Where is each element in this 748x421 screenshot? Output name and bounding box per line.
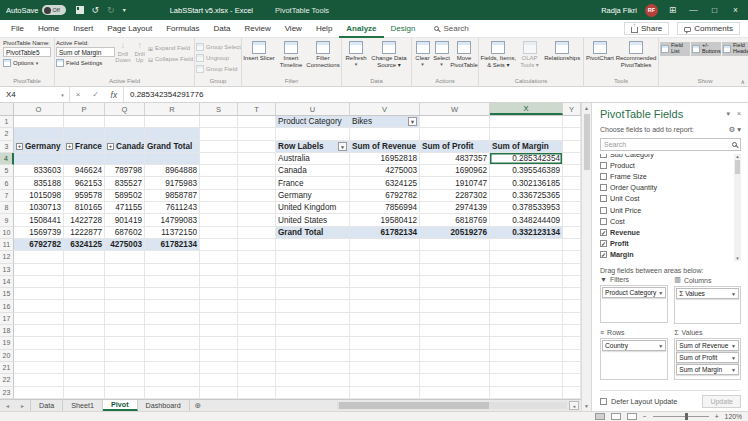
scroll-down-icon[interactable]: ▼ bbox=[584, 401, 589, 411]
zoom-in-icon[interactable]: + bbox=[715, 413, 719, 420]
ribbon-button-insert-timeline[interactable]: Insert Timeline bbox=[275, 40, 307, 69]
row-header-20[interactable]: 20 bbox=[0, 350, 14, 362]
cell-X13[interactable] bbox=[490, 264, 563, 276]
cell-Q3[interactable]: +Canada bbox=[105, 141, 145, 153]
cell-S5[interactable] bbox=[200, 165, 238, 177]
cell-Q11[interactable]: 4275003 bbox=[105, 239, 145, 251]
cell-U23[interactable] bbox=[276, 387, 350, 399]
customize-qat-icon[interactable]: ▾ bbox=[123, 7, 126, 13]
sheet-nav-left-icon[interactable]: ◂ bbox=[6, 402, 9, 409]
cell-O13[interactable] bbox=[14, 264, 64, 276]
cell-X6[interactable]: 0.302136185 bbox=[490, 177, 563, 189]
ribbon-button-pivotchart[interactable]: PivotChart bbox=[585, 40, 615, 63]
cell-T20[interactable] bbox=[238, 350, 276, 362]
zoom-out-icon[interactable]: − bbox=[643, 413, 647, 420]
row-header-7[interactable]: 7 bbox=[0, 190, 14, 202]
cell-O22[interactable] bbox=[14, 374, 64, 386]
minimize-icon[interactable]: — bbox=[687, 5, 700, 15]
cell-T19[interactable] bbox=[238, 337, 276, 349]
cell-U7[interactable]: Germany bbox=[276, 190, 350, 202]
cell-P3[interactable]: +France bbox=[64, 141, 105, 153]
row-header-6[interactable]: 6 bbox=[0, 177, 14, 189]
cell-W13[interactable] bbox=[420, 264, 490, 276]
row-header-10[interactable]: 10 bbox=[0, 227, 14, 239]
area-chip-sum-of-margin[interactable]: Sum of Margin▼ bbox=[676, 364, 739, 375]
cell-U12[interactable] bbox=[276, 251, 350, 263]
cell-R1[interactable] bbox=[145, 116, 200, 128]
row-header-13[interactable]: 13 bbox=[0, 264, 14, 276]
cell-Y8[interactable] bbox=[563, 202, 581, 214]
cell-Y14[interactable] bbox=[563, 276, 581, 288]
row-header-12[interactable]: 12 bbox=[0, 251, 14, 263]
cell-W21[interactable] bbox=[420, 362, 490, 374]
cell-V7[interactable]: 6792782 bbox=[350, 190, 420, 202]
options-button[interactable]: Options▾ bbox=[3, 58, 51, 68]
cell-R23[interactable] bbox=[145, 387, 200, 399]
cell-R8[interactable]: 7611243 bbox=[145, 202, 200, 214]
cell-P17[interactable] bbox=[64, 313, 105, 325]
ribbon-button-relationships[interactable]: Relationships bbox=[542, 40, 582, 63]
row-header-21[interactable]: 21 bbox=[0, 362, 14, 374]
cell-X20[interactable] bbox=[490, 350, 563, 362]
cell-V6[interactable]: 6324125 bbox=[350, 177, 420, 189]
cell-P20[interactable] bbox=[64, 350, 105, 362]
cell-S4[interactable] bbox=[200, 153, 238, 165]
cell-R7[interactable]: 9858787 bbox=[145, 190, 200, 202]
cell-Q5[interactable]: 789798 bbox=[105, 165, 145, 177]
cell-Q23[interactable] bbox=[105, 387, 145, 399]
cell-O9[interactable]: 1508441 bbox=[14, 214, 64, 226]
cell-T9[interactable] bbox=[238, 214, 276, 226]
insert-function-icon[interactable]: fx bbox=[111, 90, 118, 100]
cell-O5[interactable]: 833603 bbox=[14, 165, 64, 177]
zoom-level[interactable]: 120% bbox=[725, 413, 742, 420]
cell-V1[interactable]: Bikes▼ bbox=[350, 116, 420, 128]
cell-W14[interactable] bbox=[420, 276, 490, 288]
menu-tab-insert[interactable]: Insert bbox=[66, 20, 100, 38]
row-header-17[interactable]: 17 bbox=[0, 313, 14, 325]
ribbon-button-fields-items-sets[interactable]: Fields, Items, & Sets ▾ bbox=[480, 40, 517, 69]
cell-U10[interactable]: Grand Total bbox=[276, 227, 350, 239]
cell-P18[interactable] bbox=[64, 325, 105, 337]
cell-Q12[interactable] bbox=[105, 251, 145, 263]
cell-Y3[interactable] bbox=[563, 141, 581, 153]
cell-X22[interactable] bbox=[490, 374, 563, 386]
area-chip-country[interactable]: Country▼ bbox=[602, 340, 666, 351]
cell-P15[interactable] bbox=[64, 288, 105, 300]
field-checkbox[interactable]: ✓ bbox=[600, 251, 607, 258]
cell-Q8[interactable]: 471155 bbox=[105, 202, 145, 214]
cell-Y23[interactable] bbox=[563, 387, 581, 399]
cell-P11[interactable]: 6324125 bbox=[64, 239, 105, 251]
comments-button[interactable]: Comments bbox=[677, 22, 740, 35]
cell-R6[interactable]: 9175983 bbox=[145, 177, 200, 189]
cell-R18[interactable] bbox=[145, 325, 200, 337]
cell-U14[interactable] bbox=[276, 276, 350, 288]
cell-Y17[interactable] bbox=[563, 313, 581, 325]
horizontal-scrollbar[interactable] bbox=[337, 402, 567, 409]
cell-U18[interactable] bbox=[276, 325, 350, 337]
cell-V15[interactable] bbox=[350, 288, 420, 300]
cell-W1[interactable] bbox=[420, 116, 490, 128]
cell-V16[interactable] bbox=[350, 300, 420, 312]
cell-U13[interactable] bbox=[276, 264, 350, 276]
cell-Y21[interactable] bbox=[563, 362, 581, 374]
cell-U5[interactable]: Canada bbox=[276, 165, 350, 177]
cell-Q15[interactable] bbox=[105, 288, 145, 300]
cell-Q14[interactable] bbox=[105, 276, 145, 288]
cell-S16[interactable] bbox=[200, 300, 238, 312]
cell-X9[interactable]: 0.348244409 bbox=[490, 214, 563, 226]
close-icon[interactable]: × bbox=[729, 5, 742, 15]
pivottable-name-input[interactable]: PivotTable5 bbox=[3, 47, 51, 57]
cell-Q20[interactable] bbox=[105, 350, 145, 362]
cell-V4[interactable]: 16952818 bbox=[350, 153, 420, 165]
scrollbar-right-icon[interactable]: ◂ bbox=[569, 401, 579, 410]
cell-W5[interactable]: 1690962 bbox=[420, 165, 490, 177]
column-header-T[interactable]: T bbox=[238, 103, 276, 115]
cell-Q2[interactable] bbox=[105, 128, 145, 140]
cell-W10[interactable]: 20519276 bbox=[420, 227, 490, 239]
row-header-18[interactable]: 18 bbox=[0, 325, 14, 337]
cell-P19[interactable] bbox=[64, 337, 105, 349]
field-item-profit[interactable]: ✓Profit bbox=[600, 238, 741, 249]
scroll-up-icon[interactable]: ▲ bbox=[584, 103, 589, 113]
cell-S15[interactable] bbox=[200, 288, 238, 300]
cell-O6[interactable]: 835188 bbox=[14, 177, 64, 189]
